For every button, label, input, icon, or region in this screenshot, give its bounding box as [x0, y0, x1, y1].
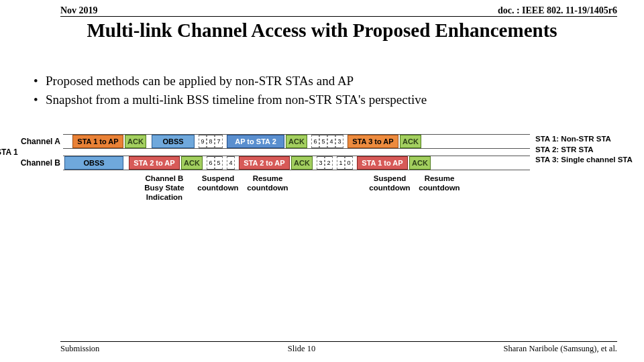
slot-b-5: 5 [215, 156, 223, 170]
block-ack-b3: ACK [409, 156, 431, 170]
block-sta2-to-ap-b1: STA 2 to AP [129, 156, 180, 170]
slot-b-2: 2 [325, 156, 333, 170]
slot-a-3: 3 [335, 135, 343, 148]
bullet-list: Proposed methods can be applied by non-S… [34, 74, 644, 107]
slot-b-0: 0 [345, 156, 353, 170]
slot-a-5: 5 [319, 135, 327, 148]
channel-rows: STA 1 to AP ACK OBSS 9 8 7 AP to STA 2 A… [63, 134, 530, 170]
block-ack-b1: ACK [181, 156, 203, 170]
slot-a-8: 8 [207, 135, 215, 148]
slot-b-3: 3 [317, 156, 325, 170]
footer-mid: Slide 10 [288, 344, 315, 354]
slot-b-6: 6 [207, 156, 215, 170]
annot-suspend-1: Suspend countdown [193, 174, 243, 202]
header-doc: doc. : IEEE 802. 11-19/1405r6 [498, 5, 617, 16]
block-sta1-to-ap-b: STA 1 to AP [357, 156, 408, 170]
block-sta1-to-ap-a: STA 1 to AP [72, 135, 123, 148]
bullet-2: Snapshot from a multi-link BSS timeline … [34, 93, 644, 107]
block-ack-a1: ACK [125, 135, 146, 148]
slot-b-4: 4 [227, 156, 235, 170]
block-obss-a: OBSS [152, 135, 195, 148]
footer-left: Submission [60, 344, 99, 354]
legend-sta2: STA 2: STR STA [535, 145, 636, 156]
label-channel-a: Channel A [8, 134, 60, 149]
slot-a-4: 4 [327, 135, 335, 148]
legend: STA 1: Non-STR STA STA 2: STR STA STA 3:… [535, 134, 636, 166]
block-obss-b: OBSS [64, 156, 123, 170]
header-date: Nov 2019 [60, 5, 98, 16]
annotations: Channel B Busy State Indication Suspend … [63, 174, 636, 202]
timeline-diagram: Channel A STA 1 Channel B STA 1 to AP AC… [0, 134, 644, 202]
label-channel-b: Channel B [8, 156, 60, 170]
row-channel-b: OBSS STA 2 to AP ACK 6 5 4 STA 2 to AP A… [63, 156, 530, 170]
annot-resume-1: Resume countdown [243, 174, 292, 202]
block-sta3-to-ap: STA 3 to AP [347, 135, 398, 148]
slot-b-1: 1 [337, 156, 345, 170]
bullet-1: Proposed methods can be applied by non-S… [34, 74, 644, 88]
slot-a-9: 9 [199, 135, 207, 148]
block-sta2-to-ap-b2: STA 2 to AP [239, 156, 290, 170]
legend-sta3: STA 3: Single channel STA [535, 155, 636, 166]
block-ack-b2: ACK [291, 156, 313, 170]
slot-a-6: 6 [311, 135, 319, 148]
footer: Submission Slide 10 Sharan Naribole (Sam… [0, 344, 644, 354]
page-title: Multi-link Channel Access with Proposed … [0, 19, 644, 42]
row-channel-a: STA 1 to AP ACK OBSS 9 8 7 AP to STA 2 A… [63, 134, 530, 149]
label-sta1: STA 1 [0, 149, 60, 156]
slot-a-7: 7 [215, 135, 223, 148]
legend-sta1: STA 1: Non-STR STA [535, 134, 636, 145]
footer-right: Sharan Naribole (Samsung), et al. [504, 344, 617, 354]
annot-busy-state: Channel B Busy State Indication [136, 174, 193, 202]
block-ap-to-sta2: AP to STA 2 [227, 135, 284, 148]
annot-suspend-2: Suspend countdown [365, 174, 415, 202]
block-ack-a3: ACK [400, 135, 421, 148]
block-ack-a2: ACK [286, 135, 307, 148]
annot-resume-2: Resume countdown [415, 174, 464, 202]
